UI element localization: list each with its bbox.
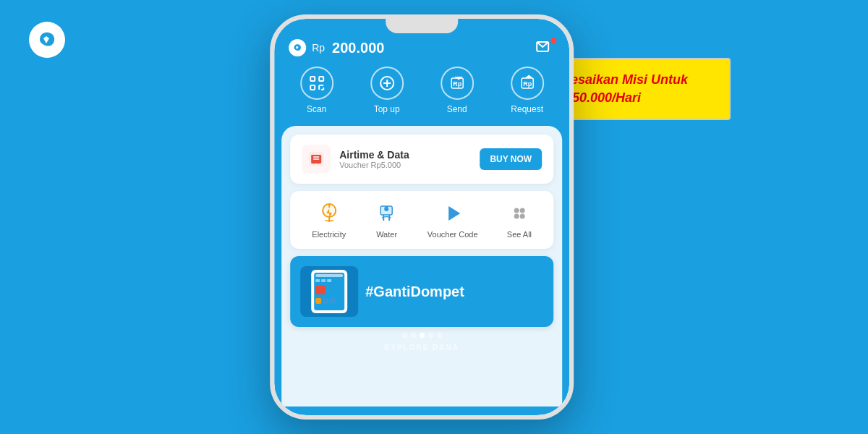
- svg-rect-2: [319, 77, 323, 81]
- phone-side-button-right: [571, 106, 574, 142]
- svg-point-27: [519, 208, 524, 213]
- seeall-icon: [508, 201, 531, 226]
- services-card: Electricity Water: [290, 191, 553, 249]
- scan-action[interactable]: Scan: [300, 67, 333, 114]
- dot-1: [402, 333, 407, 338]
- phone-side-button-left-1: [270, 84, 272, 109]
- mini-orange: [315, 286, 326, 294]
- mini-phone: [311, 270, 347, 313]
- banner-preview: [300, 266, 358, 317]
- seeall-label: See All: [507, 230, 532, 239]
- water-label: Water: [376, 230, 397, 239]
- phone-screen: Rp 200.000: [274, 19, 569, 415]
- airtime-card: Airtime & Data Voucher Rp5.000 BUY NOW: [290, 135, 553, 184]
- airtime-title: Airtime & Data: [339, 149, 409, 161]
- banner-hashtag: #GantiDompet: [365, 284, 464, 300]
- send-label: Send: [447, 104, 467, 114]
- airtime-icon: [302, 145, 331, 174]
- send-action[interactable]: Rp Send: [441, 67, 474, 114]
- svg-text:Rp: Rp: [523, 80, 532, 88]
- mini-line-1: [315, 274, 343, 277]
- request-action[interactable]: Rp Request: [511, 67, 544, 114]
- explore-label: EXPLORE DANA: [290, 341, 553, 354]
- dot-2: [411, 333, 416, 338]
- dot-3-active: [420, 333, 425, 338]
- electricity-label: Electricity: [312, 230, 346, 239]
- topup-icon: [370, 67, 404, 100]
- svg-point-26: [514, 208, 519, 213]
- water-icon: [375, 201, 399, 226]
- phone-mockup: Rp 200.000: [270, 14, 574, 420]
- action-row: Scan Top up: [274, 67, 569, 126]
- voucher-icon: [441, 201, 464, 226]
- svg-point-28: [514, 214, 519, 219]
- phone-side-button-left-2: [270, 120, 272, 160]
- water-service[interactable]: Water: [375, 201, 399, 239]
- app-logo: [29, 22, 65, 58]
- balance-amount: 200.000: [332, 40, 384, 56]
- airtime-subtitle: Voucher Rp5.000: [339, 161, 409, 169]
- balance-area: Rp 200.000: [289, 39, 384, 56]
- notification-dot: [550, 38, 556, 43]
- svg-marker-25: [448, 206, 460, 221]
- request-icon: Rp: [511, 67, 544, 100]
- electricity-icon: [318, 201, 341, 226]
- dot-4: [428, 333, 433, 338]
- currency-label: Rp: [312, 42, 325, 54]
- seeall-service[interactable]: See All: [507, 201, 532, 239]
- buy-now-button[interactable]: BUY NOW: [480, 148, 542, 170]
- svg-text:Rp: Rp: [453, 80, 461, 88]
- phone-side-button-left-3: [270, 167, 272, 207]
- voucher-label: Voucher Code: [427, 230, 478, 239]
- svg-rect-3: [310, 85, 315, 90]
- airtime-text: Airtime & Data Voucher Rp5.000: [339, 149, 409, 169]
- dot-5: [437, 333, 442, 338]
- voucher-service[interactable]: Voucher Code: [427, 201, 478, 239]
- electricity-service[interactable]: Electricity: [312, 201, 346, 239]
- svg-point-29: [519, 214, 524, 219]
- notification-icon[interactable]: [535, 39, 555, 56]
- topup-action[interactable]: Top up: [370, 67, 404, 114]
- header-logo: [289, 39, 306, 56]
- airtime-info: Airtime & Data Voucher Rp5.000: [302, 145, 409, 174]
- scan-label: Scan: [307, 104, 326, 114]
- scan-icon: [300, 67, 333, 100]
- send-icon: Rp: [441, 67, 474, 100]
- mini-screen: [314, 273, 344, 310]
- promo-text: Selesaikan Misi Untuk Rp 50.000/Hari: [551, 71, 715, 107]
- carousel-dots: [290, 327, 553, 341]
- svg-rect-1: [310, 77, 315, 81]
- phone-notch: [386, 19, 458, 33]
- phone-body: Rp 200.000: [270, 14, 574, 420]
- content-area: Airtime & Data Voucher Rp5.000 BUY NOW: [281, 126, 562, 407]
- topup-label: Top up: [374, 104, 400, 114]
- banner-card: #GantiDompet: [290, 256, 553, 327]
- request-label: Request: [511, 104, 543, 114]
